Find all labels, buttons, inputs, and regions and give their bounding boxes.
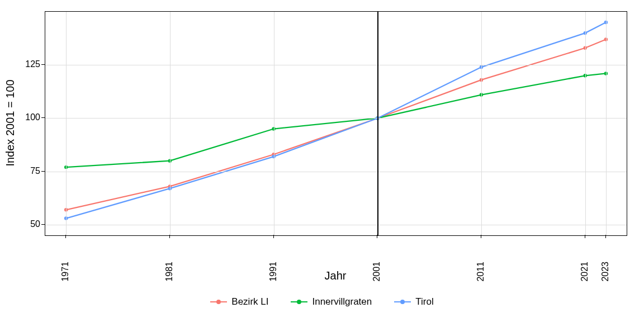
legend-item: Bezirk LI — [210, 296, 268, 307]
y-axis-title: Index 2001 = 100 — [4, 79, 17, 166]
reference-line-2001 — [377, 12, 378, 235]
series-line — [66, 73, 606, 167]
gridline-horizontal — [45, 172, 627, 172]
legend-swatch — [394, 301, 411, 302]
legend-swatch — [210, 301, 227, 302]
x-tick-mark — [169, 235, 170, 238]
series-line — [66, 22, 606, 218]
x-tick-label: 1981 — [164, 262, 174, 282]
y-tick-label: 75 — [30, 166, 40, 176]
legend-point-icon — [297, 300, 301, 304]
x-tick-mark — [605, 235, 606, 238]
x-tick-label: 2011 — [476, 262, 486, 282]
y-tick-mark — [41, 64, 45, 65]
chart-container: Index 2001 = 100 Jahr Bezirk LIInnervill… — [0, 0, 644, 322]
x-tick-mark — [585, 235, 585, 238]
y-tick-mark — [41, 117, 45, 118]
x-axis-title: Jahr — [325, 269, 347, 282]
legend-item: Innervillgraten — [291, 296, 372, 307]
legend-point-icon — [216, 300, 221, 304]
gridline-vertical — [170, 12, 171, 235]
x-tick-label: 1991 — [268, 262, 278, 282]
legend-swatch — [291, 301, 307, 302]
x-tick-label: 2023 — [600, 262, 610, 282]
legend-label: Tirol — [415, 296, 433, 307]
legend: Bezirk LIInnervillgratenTirol — [0, 296, 644, 307]
x-tick-label: 2001 — [372, 262, 382, 282]
gridline-vertical — [606, 12, 607, 235]
x-tick-mark — [481, 235, 481, 238]
legend-label: Bezirk LI — [231, 296, 268, 307]
legend-point-icon — [400, 300, 405, 304]
y-tick-label: 50 — [30, 219, 40, 229]
x-tick-mark — [273, 235, 274, 238]
gridline-horizontal — [45, 225, 627, 225]
gridline-vertical — [66, 12, 67, 235]
plot-area — [45, 11, 627, 236]
legend-label: Innervillgraten — [312, 296, 372, 307]
gridline-vertical — [274, 12, 274, 235]
gridline-horizontal — [45, 118, 627, 119]
y-tick-label: 125 — [25, 59, 40, 69]
gridline-horizontal — [45, 65, 627, 65]
gridline-vertical — [481, 12, 482, 235]
gridline-vertical — [585, 12, 586, 235]
y-tick-mark — [41, 224, 45, 225]
x-tick-label: 2021 — [580, 262, 590, 282]
legend-item: Tirol — [394, 296, 433, 307]
y-tick-label: 100 — [25, 112, 40, 122]
x-tick-label: 1971 — [60, 262, 70, 282]
chart-svg — [45, 12, 627, 235]
y-tick-mark — [41, 171, 45, 172]
x-tick-mark — [377, 235, 377, 238]
x-tick-mark — [65, 235, 66, 238]
